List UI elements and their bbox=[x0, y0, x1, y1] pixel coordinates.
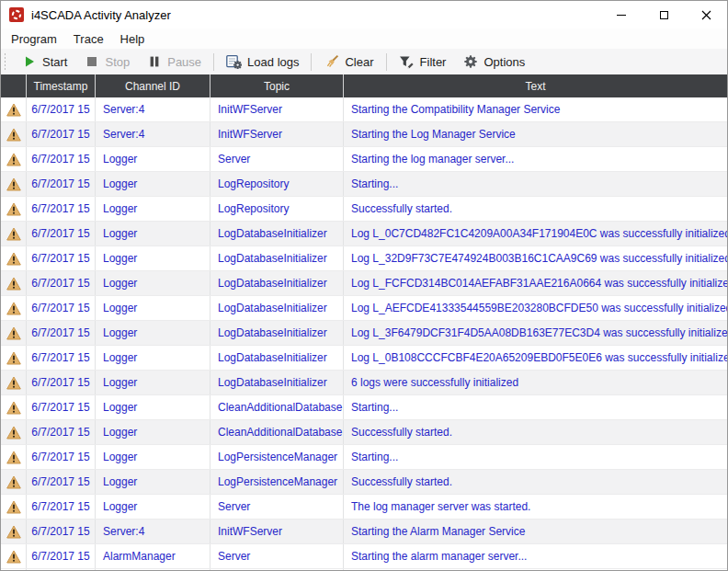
cell-severity bbox=[1, 197, 27, 221]
cell-timestamp: 6/7/2017 15 bbox=[27, 371, 96, 394]
cell-topic: LogDatabaseInitializer bbox=[210, 321, 344, 345]
cell-severity bbox=[1, 296, 27, 320]
cell-text: Starting... bbox=[344, 395, 727, 419]
table-row[interactable]: 6/7/2017 15LoggerLogPersistenceManagerSu… bbox=[1, 470, 727, 495]
cell-timestamp: 6/7/2017 15 bbox=[27, 246, 96, 270]
cell-text: Successfully started. bbox=[344, 197, 727, 221]
table-row[interactable]: 6/7/2017 15AlarmManagerServerStarting th… bbox=[1, 544, 727, 569]
filter-button[interactable]: Filter bbox=[391, 51, 455, 73]
toolbar: StartStopPauseLoad logsClearFilterOption… bbox=[1, 49, 727, 74]
column-header-text[interactable]: Text bbox=[344, 74, 727, 97]
toolbar-button-label: Start bbox=[42, 55, 67, 69]
cell-severity bbox=[1, 321, 27, 345]
table-row[interactable]: 6/7/2017 15LoggerLogDatabaseInitializerL… bbox=[1, 246, 727, 271]
warning-icon bbox=[6, 153, 21, 166]
table-row[interactable]: 6/7/2017 15Server:4InitWFServerStarting … bbox=[1, 520, 727, 544]
cell-channel-id: Logger bbox=[96, 147, 210, 171]
cell-text: Log L_0C7CD482FC1C4209A00A34F171904E0C w… bbox=[344, 222, 727, 246]
maximize-button[interactable] bbox=[643, 1, 685, 29]
close-button[interactable] bbox=[685, 1, 727, 29]
app-window: i4SCADA Activity Analyzer Program Trace … bbox=[0, 0, 728, 571]
menu-trace[interactable]: Trace bbox=[65, 30, 112, 48]
toolbar-button-label: Filter bbox=[420, 55, 447, 69]
cell-channel-id: Logger bbox=[96, 271, 210, 295]
table-row[interactable]: 6/7/2017 15LoggerLogRepositoryStarting..… bbox=[1, 172, 727, 197]
start-button[interactable]: Start bbox=[13, 51, 75, 73]
minimize-button[interactable] bbox=[600, 1, 643, 29]
cell-topic: Server bbox=[210, 147, 344, 171]
table-row[interactable]: 6/7/2017 15LoggerLogDatabaseInitializerL… bbox=[1, 271, 727, 296]
cell-topic: InitWFServer bbox=[210, 520, 344, 543]
cell-severity bbox=[1, 495, 27, 519]
column-header-icon[interactable] bbox=[1, 74, 27, 97]
cell-text: Log L_32D9F73C7E474924B003B16C1CAA9C69 w… bbox=[344, 246, 727, 270]
cell-topic: LogPersistenceManager bbox=[210, 445, 344, 469]
cell-text: Successfully started. bbox=[344, 420, 727, 444]
cell-timestamp: 6/7/2017 15 bbox=[27, 122, 96, 146]
cell-text: Starting the Alarm Manager Service bbox=[344, 520, 727, 543]
warning-icon bbox=[6, 103, 21, 117]
minimize-icon bbox=[617, 15, 626, 16]
table-row[interactable]: 6/7/2017 15Server:4InitWFServerStarting … bbox=[1, 122, 727, 147]
clear-button[interactable]: Clear bbox=[315, 51, 381, 73]
warning-icon bbox=[6, 426, 21, 440]
cell-topic: LogDatabaseInitializer bbox=[210, 371, 344, 394]
warning-icon bbox=[6, 128, 21, 142]
cell-channel-id: Logger bbox=[96, 296, 210, 320]
options-button[interactable]: Options bbox=[454, 51, 533, 73]
warning-icon bbox=[6, 252, 21, 266]
load-logs-button[interactable]: Load logs bbox=[218, 51, 307, 73]
cell-topic: InitWFServer bbox=[210, 122, 344, 146]
toolbar-button-label: Clear bbox=[345, 55, 373, 69]
menu-program[interactable]: Program bbox=[3, 30, 65, 48]
table-header: Timestamp Channel ID Topic Text bbox=[1, 74, 727, 97]
menu-help[interactable]: Help bbox=[112, 30, 154, 48]
cell-severity bbox=[1, 544, 27, 568]
load-logs-icon bbox=[226, 54, 242, 69]
toolbar-grip-icon[interactable] bbox=[4, 52, 6, 71]
cell-text: Starting the Compatibility Manager Servi… bbox=[344, 97, 727, 121]
warning-icon bbox=[6, 525, 21, 539]
table-row[interactable]: 6/7/2017 15LoggerCleanAdditionalDatabase… bbox=[1, 420, 727, 445]
title-bar: i4SCADA Activity Analyzer bbox=[1, 1, 727, 29]
pause-icon bbox=[146, 54, 162, 69]
cell-channel-id: Logger bbox=[96, 321, 210, 345]
cell-timestamp: 6/7/2017 15 bbox=[27, 495, 96, 519]
cell-channel-id: Server:4 bbox=[96, 97, 210, 121]
table-row[interactable]: 6/7/2017 15LoggerLogDatabaseInitializerL… bbox=[1, 321, 727, 346]
cell-text: Successfully started. bbox=[344, 470, 727, 494]
table-row[interactable]: 6/7/2017 15LoggerLogRepositorySuccessful… bbox=[1, 197, 727, 222]
warning-icon bbox=[6, 376, 21, 390]
maximize-icon bbox=[660, 11, 668, 19]
toolbar-button-label: Load logs bbox=[247, 55, 299, 69]
cell-topic: LogDatabaseInitializer bbox=[210, 222, 344, 246]
table-row[interactable]: 6/7/2017 15LoggerServerThe log manager s… bbox=[1, 495, 727, 520]
cell-channel-id: AlarmManager bbox=[96, 544, 210, 568]
table-row[interactable]: 6/7/2017 15LoggerLogDatabaseInitializer6… bbox=[1, 371, 727, 395]
cell-severity bbox=[1, 271, 27, 295]
column-header-timestamp[interactable]: Timestamp bbox=[27, 74, 96, 97]
log-table: 6/7/2017 15Server:4InitWFServerStarting … bbox=[1, 97, 727, 570]
table-row[interactable]: 6/7/2017 15LoggerLogDatabaseInitializerL… bbox=[1, 346, 727, 371]
table-row[interactable]: 6/7/2017 15LoggerLogDatabaseInitializerL… bbox=[1, 296, 727, 321]
cell-channel-id: Logger bbox=[96, 172, 210, 196]
table-row[interactable]: 6/7/2017 15LoggerLogDatabaseInitializerL… bbox=[1, 222, 727, 246]
table-row[interactable]: 6/7/2017 15LoggerCleanAdditionalDatabase… bbox=[1, 395, 727, 420]
column-header-topic[interactable]: Topic bbox=[210, 74, 344, 97]
table-row[interactable]: 6/7/2017 15LoggerLogPersistenceManagerSt… bbox=[1, 445, 727, 470]
cell-text: 6 logs were successfully initialized bbox=[344, 371, 727, 394]
cell-text: Starting the Log Manager Service bbox=[344, 122, 727, 146]
warning-icon bbox=[6, 451, 21, 464]
app-logo-icon bbox=[9, 7, 24, 22]
cell-severity bbox=[1, 470, 27, 494]
cell-topic: CleanAdditionalDatabase bbox=[210, 420, 344, 444]
cell-topic: LogRepository bbox=[210, 197, 344, 221]
cell-channel-id: Logger bbox=[96, 197, 210, 221]
cell-text: Starting... bbox=[344, 172, 727, 196]
menu-bar: Program Trace Help bbox=[1, 29, 727, 49]
empty-cell bbox=[344, 569, 727, 570]
column-header-channel-id[interactable]: Channel ID bbox=[96, 74, 210, 97]
table-row[interactable]: 6/7/2017 15LoggerServerStarting the log … bbox=[1, 147, 727, 172]
table-row[interactable]: 6/7/2017 15Server:4InitWFServerStarting … bbox=[1, 97, 727, 122]
stop-button: Stop bbox=[75, 51, 138, 73]
